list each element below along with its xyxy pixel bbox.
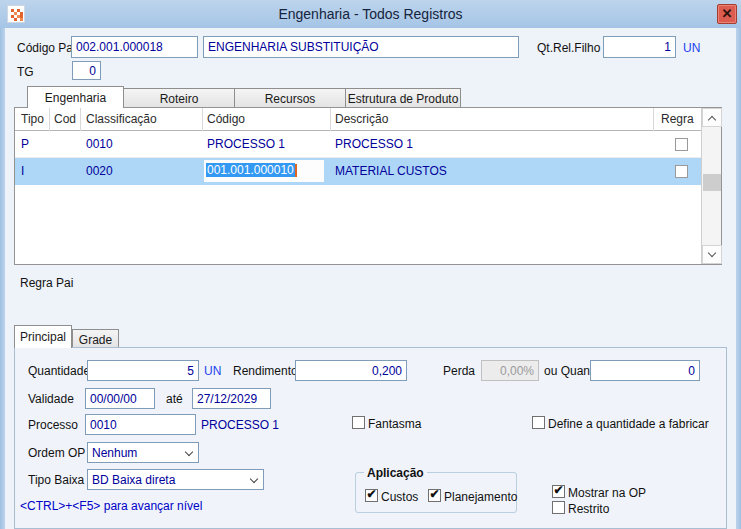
quantidade-field[interactable] <box>87 360 199 381</box>
descricao-pai-field[interactable] <box>203 36 519 58</box>
col-tipo[interactable]: Tipo <box>21 112 44 126</box>
col-regra[interactable]: Regra <box>661 112 694 126</box>
scroll-down-icon[interactable] <box>702 245 722 264</box>
perda-field <box>481 360 539 381</box>
grid-scrollbar[interactable] <box>701 108 721 264</box>
rendimento-field[interactable] <box>295 360 407 381</box>
rendimento-label: Rendimento <box>233 364 298 378</box>
tab-engenharia[interactable]: Engenharia <box>27 86 124 108</box>
tab-grade[interactable]: Grade <box>72 329 119 348</box>
app-icon <box>7 5 25 23</box>
ate-label: até <box>166 392 183 406</box>
regra-checkbox[interactable] <box>675 138 688 151</box>
title-bar: Engenharia - Todos Registros ✕ <box>0 0 741 28</box>
aplicacao-label: Aplicação <box>364 466 427 480</box>
tipo-baixa-select[interactable]: BD Baixa direta <box>87 469 264 490</box>
qt-rel-filho-field[interactable] <box>603 36 676 58</box>
cell-tipo: I <box>21 164 24 178</box>
restrito-checkbox[interactable] <box>552 501 565 514</box>
window-title: Engenharia - Todos Registros <box>0 6 741 22</box>
custos-checkbox[interactable] <box>365 489 378 502</box>
fantasma-checkbox[interactable] <box>352 416 365 429</box>
scrollbar-thumb[interactable] <box>703 174 721 191</box>
tab-estrutura-de-produto[interactable]: Estrutura de Produto <box>345 88 461 107</box>
close-icon[interactable]: ✕ <box>717 4 737 24</box>
chevron-down-icon <box>185 448 193 456</box>
perda-label: Perda <box>443 364 475 378</box>
define-quantidade-label: Define a quantidade a fabricar <box>548 417 709 431</box>
col-codigo[interactable]: Código <box>207 112 245 126</box>
validade-field[interactable] <box>85 388 155 409</box>
scroll-up-icon[interactable] <box>702 108 722 127</box>
grid-header: Tipo Cod Classificação Código Descrição … <box>15 108 701 131</box>
table-row[interactable]: P 0010 PROCESSO 1 PROCESSO 1 <box>15 131 701 158</box>
table-row[interactable]: I 0020 001.001.000010 MATERIAL CUSTOS <box>15 158 701 185</box>
text-caret <box>295 164 297 177</box>
planejamento-checkbox[interactable] <box>428 489 441 502</box>
ordem-op-value: Nenhum <box>92 446 137 460</box>
processo-desc: PROCESSO 1 <box>201 418 279 432</box>
planejamento-label: Planejamento <box>444 490 517 504</box>
cell-classificacao: 0010 <box>86 137 113 151</box>
ou-quant-label: ou Quant. <box>544 364 597 378</box>
tg-field[interactable] <box>72 61 101 80</box>
inline-edit-codigo[interactable]: 001.001.000010 <box>204 160 324 182</box>
codigo-pai-label: Código Pai <box>17 41 76 55</box>
restrito-label: Restrito <box>568 502 609 516</box>
col-cod[interactable]: Cod <box>54 112 76 126</box>
cell-codigo: PROCESSO 1 <box>207 137 285 151</box>
qt-rel-filho-label: Qt.Rel.Filho <box>537 41 600 55</box>
app-window: Engenharia - Todos Registros ✕ Código Pa… <box>0 0 741 529</box>
tipo-baixa-value: BD Baixa direta <box>92 473 175 487</box>
col-classificacao[interactable]: Classificação <box>86 112 157 126</box>
tab-roteiro[interactable]: Roteiro <box>123 88 235 107</box>
quantidade-unit: UN <box>204 364 221 378</box>
cell-tipo: P <box>21 137 29 151</box>
engenharia-grid: Tipo Cod Classificação Código Descrição … <box>14 107 722 265</box>
quantidade-label: Quantidade <box>28 364 90 378</box>
selected-text: 001.001.000010 <box>206 163 295 177</box>
mostrar-na-op-label: Mostrar na OP <box>568 486 646 500</box>
cell-classificacao: 0020 <box>86 164 113 178</box>
define-quantidade-checkbox[interactable] <box>532 416 545 429</box>
tab-principal[interactable]: Principal <box>14 325 72 348</box>
ou-quant-field[interactable] <box>590 360 700 381</box>
cell-descricao: MATERIAL CUSTOS <box>335 164 447 178</box>
regra-pai-label: Regra Pai <box>20 276 73 290</box>
tab-recursos[interactable]: Recursos <box>234 88 346 107</box>
window-border-right <box>736 28 741 529</box>
tipo-baixa-label: Tipo Baixa <box>28 473 84 487</box>
processo-field[interactable] <box>85 414 196 435</box>
fantasma-label: Fantasma <box>368 417 421 431</box>
mostrar-na-op-checkbox[interactable] <box>552 485 565 498</box>
shortcut-hint: <CTRL>+<F5> para avançar nível <box>20 499 202 513</box>
qt-rel-filho-unit: UN <box>683 41 700 55</box>
col-descricao[interactable]: Descrição <box>335 112 388 126</box>
chevron-down-icon <box>250 475 258 483</box>
validade-label: Validade <box>28 392 74 406</box>
ate-field[interactable] <box>192 388 271 409</box>
tg-label: TG <box>17 65 34 79</box>
custos-label: Custos <box>381 490 418 504</box>
codigo-pai-field[interactable] <box>71 36 198 58</box>
processo-label: Processo <box>28 418 78 432</box>
regra-checkbox[interactable] <box>675 165 688 178</box>
ordem-op-label: Ordem OP <box>28 446 85 460</box>
cell-descricao: PROCESSO 1 <box>335 137 413 151</box>
ordem-op-select[interactable]: Nenhum <box>87 442 199 463</box>
window-border-left <box>0 28 5 529</box>
